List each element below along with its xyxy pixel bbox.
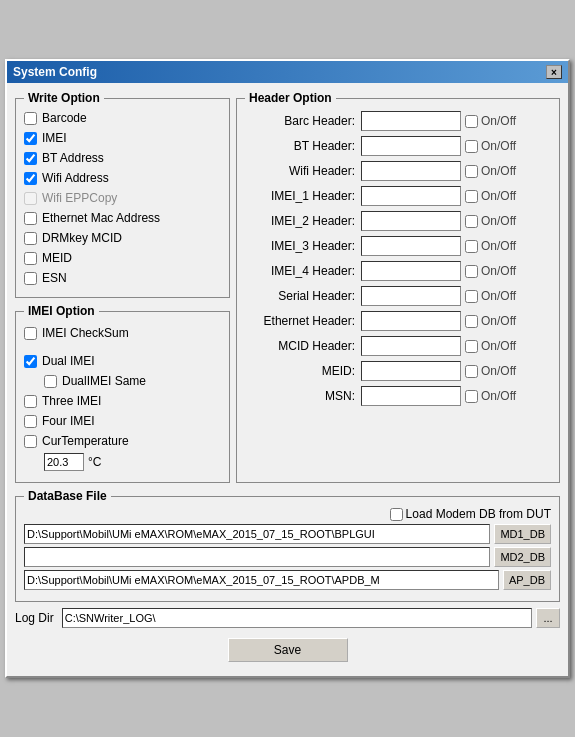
checkbox-checksum: IMEI CheckSum	[24, 324, 221, 342]
meid-label[interactable]: MEID	[42, 251, 72, 265]
logdir-input[interactable]	[62, 608, 532, 628]
barcode-label[interactable]: Barcode	[42, 111, 87, 125]
imei3-header-input[interactable]	[361, 236, 461, 256]
bt-label[interactable]: BT Address	[42, 151, 104, 165]
imei4-header-input[interactable]	[361, 261, 461, 281]
meid-header-input[interactable]	[361, 361, 461, 381]
imei4-onoff-checkbox[interactable]	[465, 265, 478, 278]
write-option-group: Write Option Barcode IMEI BT Address	[15, 91, 230, 298]
curtemp-checkbox[interactable]	[24, 435, 37, 448]
imei1-onoff-checkbox[interactable]	[465, 190, 478, 203]
wifi-onoff-label: On/Off	[481, 164, 516, 178]
mcid-onoff-checkbox[interactable]	[465, 340, 478, 353]
meid-header-label: MEID:	[245, 364, 355, 378]
dual-same-label[interactable]: DualIMEI Same	[62, 374, 146, 388]
ap-button[interactable]: AP_DB	[503, 570, 551, 590]
msn-onoff-label: On/Off	[481, 389, 516, 403]
imei1-onoff-label: On/Off	[481, 189, 516, 203]
checksum-label[interactable]: IMEI CheckSum	[42, 326, 129, 340]
bt-header-label: BT Header:	[245, 139, 355, 153]
checkbox-dual-imei: Dual IMEI	[24, 352, 221, 370]
wifi-onoff: On/Off	[465, 164, 516, 178]
esn-label[interactable]: ESN	[42, 271, 67, 285]
save-row: Save	[15, 634, 560, 668]
bt-onoff-label: On/Off	[481, 139, 516, 153]
md2-button[interactable]: MD2_DB	[494, 547, 551, 567]
imei4-header-label: IMEI_4 Header:	[245, 264, 355, 278]
three-imei-label[interactable]: Three IMEI	[42, 394, 101, 408]
header-meid: MEID: On/Off	[245, 360, 551, 382]
load-modem-label[interactable]: Load Modem DB from DUT	[406, 507, 551, 521]
barc-header-input[interactable]	[361, 111, 461, 131]
ethernet-checkbox[interactable]	[24, 212, 37, 225]
header-serial: Serial Header: On/Off	[245, 285, 551, 307]
ethernet-label[interactable]: Ethernet Mac Address	[42, 211, 160, 225]
top-panels: Write Option Barcode IMEI BT Address	[15, 91, 560, 483]
md1-path-input[interactable]	[24, 524, 490, 544]
bt-onoff-checkbox[interactable]	[465, 140, 478, 153]
drm-label[interactable]: DRMkey MCID	[42, 231, 122, 245]
wifi-header-label: Wifi Header:	[245, 164, 355, 178]
serial-onoff-checkbox[interactable]	[465, 290, 478, 303]
barc-onoff-checkbox[interactable]	[465, 115, 478, 128]
bt-checkbox[interactable]	[24, 152, 37, 165]
ethernet-onoff: On/Off	[465, 314, 516, 328]
mcid-header-label: MCID Header:	[245, 339, 355, 353]
msn-onoff-checkbox[interactable]	[465, 390, 478, 403]
four-imei-checkbox[interactable]	[24, 415, 37, 428]
database-legend: DataBase File	[24, 489, 111, 503]
ap-path-input[interactable]	[24, 570, 499, 590]
header-wifi: Wifi Header: On/Off	[245, 160, 551, 182]
esn-checkbox[interactable]	[24, 272, 37, 285]
close-button[interactable]: ×	[546, 65, 562, 79]
dual-imei-checkbox[interactable]	[24, 355, 37, 368]
imei1-header-label: IMEI_1 Header:	[245, 189, 355, 203]
imei-label[interactable]: IMEI	[42, 131, 67, 145]
save-button[interactable]: Save	[228, 638, 348, 662]
serial-onoff: On/Off	[465, 289, 516, 303]
imei3-onoff-checkbox[interactable]	[465, 240, 478, 253]
three-imei-checkbox[interactable]	[24, 395, 37, 408]
mcid-header-input[interactable]	[361, 336, 461, 356]
ethernet-onoff-label: On/Off	[481, 314, 516, 328]
ethernet-header-input[interactable]	[361, 311, 461, 331]
checkbox-four-imei: Four IMEI	[24, 412, 221, 430]
checkbox-bt: BT Address	[24, 149, 221, 167]
ethernet-onoff-checkbox[interactable]	[465, 315, 478, 328]
imei-checkbox[interactable]	[24, 132, 37, 145]
serial-header-label: Serial Header:	[245, 289, 355, 303]
dual-same-checkbox[interactable]	[44, 375, 57, 388]
header-imei2: IMEI_2 Header: On/Off	[245, 210, 551, 232]
temp-input[interactable]	[44, 453, 84, 471]
four-imei-label[interactable]: Four IMEI	[42, 414, 95, 428]
imei1-header-input[interactable]	[361, 186, 461, 206]
logdir-browse-button[interactable]: ...	[536, 608, 560, 628]
header-imei4: IMEI_4 Header: On/Off	[245, 260, 551, 282]
wifi-label[interactable]: Wifi Address	[42, 171, 109, 185]
curtemp-label[interactable]: CurTemperature	[42, 434, 129, 448]
wifi-onoff-checkbox[interactable]	[465, 165, 478, 178]
load-modem-checkbox[interactable]	[390, 508, 403, 521]
serial-header-input[interactable]	[361, 286, 461, 306]
barcode-checkbox[interactable]	[24, 112, 37, 125]
header-mcid: MCID Header: On/Off	[245, 335, 551, 357]
imei2-onoff-checkbox[interactable]	[465, 215, 478, 228]
imei3-onoff: On/Off	[465, 239, 516, 253]
md1-row: MD1_DB	[24, 524, 551, 544]
meid-onoff-checkbox[interactable]	[465, 365, 478, 378]
md2-path-input[interactable]	[24, 547, 490, 567]
drm-checkbox[interactable]	[24, 232, 37, 245]
meid-checkbox[interactable]	[24, 252, 37, 265]
meid-onoff: On/Off	[465, 364, 516, 378]
header-bt: BT Header: On/Off	[245, 135, 551, 157]
imei2-header-input[interactable]	[361, 211, 461, 231]
md1-button[interactable]: MD1_DB	[494, 524, 551, 544]
msn-header-input[interactable]	[361, 386, 461, 406]
bt-header-input[interactable]	[361, 136, 461, 156]
barc-onoff: On/Off	[465, 114, 516, 128]
imei3-header-label: IMEI_3 Header:	[245, 239, 355, 253]
wifi-checkbox[interactable]	[24, 172, 37, 185]
wifi-header-input[interactable]	[361, 161, 461, 181]
dual-imei-label[interactable]: Dual IMEI	[42, 354, 95, 368]
checksum-checkbox[interactable]	[24, 327, 37, 340]
